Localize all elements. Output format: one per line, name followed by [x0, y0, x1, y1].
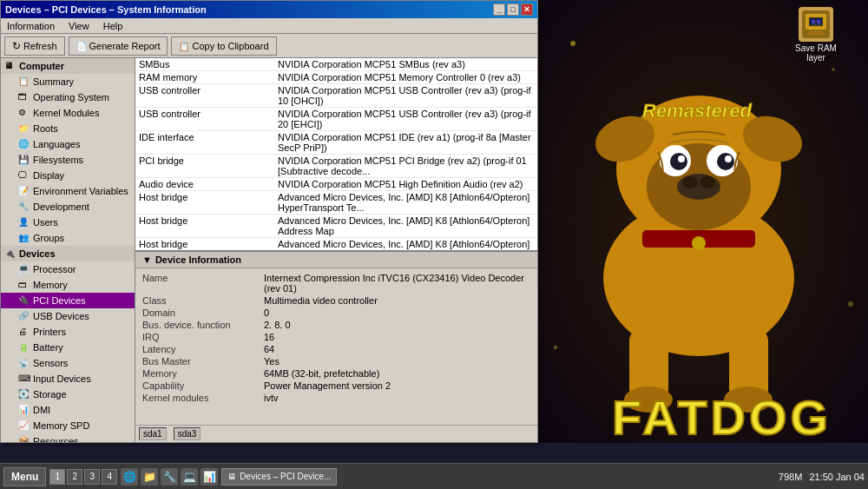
sidebar-item-printers[interactable]: Printers — [1, 324, 135, 340]
taskbar-icon-4[interactable]: 💻 — [181, 468, 198, 486]
pager-2[interactable]: 2 — [67, 469, 82, 485]
save-ram-icon — [799, 7, 833, 42]
sidebar-item-display[interactable]: Display — [1, 168, 135, 183]
table-row[interactable]: RAM memory NVIDIA Corporation MCP51 Memo… — [135, 71, 537, 84]
pager-3[interactable]: 3 — [84, 469, 100, 485]
sidebar-item-groups[interactable]: Groups — [1, 230, 135, 246]
os-icon — [18, 91, 30, 103]
sidebar-item-memory-spd[interactable]: Memory SPD — [1, 418, 135, 433]
svg-point-23 — [570, 41, 575, 46]
dmi-icon — [18, 404, 30, 416]
save-ram-label: Save RAM layer — [790, 43, 842, 63]
table-row[interactable]: Host bridge Advanced Micro Devices, Inc.… — [135, 191, 537, 215]
display-icon — [18, 169, 30, 182]
pager-1[interactable]: 1 — [49, 469, 65, 485]
sidebar-item-usb[interactable]: USB Devices — [1, 308, 135, 324]
svg-rect-32 — [809, 31, 823, 35]
info-row-kernel-modules: Kernel modules ivtv — [142, 392, 530, 404]
table-row[interactable]: Host bridge Advanced Micro Devices, Inc.… — [135, 238, 537, 251]
app-window: Devices – PCI Devices – System Informati… — [0, 0, 538, 443]
close-button[interactable]: ✕ — [521, 3, 533, 16]
sidebar-item-languages[interactable]: Languages — [1, 136, 135, 152]
mem-icon — [18, 279, 30, 291]
sidebar-item-users[interactable]: Users — [1, 215, 135, 230]
table-row[interactable]: Host bridge Advanced Micro Devices, Inc.… — [135, 215, 537, 238]
taskbar-icon-3[interactable]: 🔧 — [161, 468, 178, 486]
menu-information[interactable]: Information — [4, 21, 57, 31]
svg-point-26 — [848, 301, 853, 307]
sidebar-item-processor[interactable]: Processor — [1, 261, 135, 277]
menu-help[interactable]: Help — [101, 21, 126, 31]
window-controls: _ □ ✕ — [493, 3, 533, 16]
svg-point-24 — [832, 68, 835, 71]
copy-icon — [179, 41, 189, 51]
generate-report-button[interactable]: Generate Report — [69, 36, 168, 56]
kernel-icon — [18, 107, 30, 119]
info-row-busmaster: Bus Master Yes — [142, 355, 530, 367]
table-row[interactable]: Audio device NVIDIA Corporation MCP51 Hi… — [135, 178, 537, 191]
sidebar-section-computer: Computer — [1, 58, 135, 74]
background-art: Remastered FATDOG — [529, 0, 868, 443]
minimize-button[interactable]: _ — [493, 3, 505, 16]
title-bar: Devices – PCI Devices – System Informati… — [1, 1, 537, 18]
env-icon — [18, 185, 30, 197]
sidebar-item-memory[interactable]: Memory — [1, 277, 135, 293]
sidebar-item-os[interactable]: Operating System — [1, 89, 135, 105]
sidebar-item-dmi[interactable]: DMI — [1, 402, 135, 418]
sidebar-item-resources[interactable]: Resources — [1, 433, 135, 442]
sidebar-item-development[interactable]: Development — [1, 199, 135, 215]
table-row[interactable]: IDE interface NVIDIA Corporation MCP51 I… — [135, 131, 537, 155]
toolbar: Refresh Generate Report Copy to Clipboar… — [1, 34, 537, 58]
status-sda3: sda3 — [174, 427, 201, 440]
roots-icon — [18, 122, 30, 135]
battery-text: 798M — [779, 472, 803, 482]
sidebar-item-kernel[interactable]: Kernel Modules — [1, 105, 135, 121]
svg-rect-34 — [817, 20, 820, 23]
table-row[interactable]: USB controller NVIDIA Corporation MCP51 … — [135, 108, 537, 131]
sidebar-item-env[interactable]: Environment Variables — [1, 183, 135, 199]
sidebar-item-summary[interactable]: Summary — [1, 74, 135, 89]
svg-rect-35 — [812, 23, 813, 25]
device-list[interactable]: SMBus NVIDIA Corporation MCP51 SMBus (re… — [135, 58, 537, 251]
sidebar-item-input[interactable]: Input Devices — [1, 371, 135, 387]
svg-text:FATDOG: FATDOG — [612, 390, 832, 443]
sidebar-item-pci[interactable]: PCI Devices — [1, 293, 135, 308]
info-row-irq: IRQ 16 — [142, 331, 530, 343]
start-button[interactable]: Menu — [3, 467, 46, 486]
content-area: Computer Summary Operating System Kernel… — [1, 58, 537, 442]
table-row[interactable]: USB controller NVIDIA Corporation MCP51 … — [135, 84, 537, 108]
sens-icon — [18, 357, 30, 369]
sidebar-item-storage[interactable]: Storage — [1, 387, 135, 402]
maximize-button[interactable]: □ — [507, 3, 519, 16]
svg-text:Remastered: Remastered — [642, 100, 753, 122]
svg-point-12 — [700, 176, 715, 188]
sidebar-item-battery[interactable]: Battery — [1, 340, 135, 355]
table-row[interactable]: PCI bridge NVIDIA Corporation MCP51 PCI … — [135, 155, 537, 178]
taskbar-icon-5[interactable]: 📊 — [201, 468, 218, 486]
sidebar-item-roots[interactable]: Roots — [1, 121, 135, 136]
taskbar-active-app[interactable]: 🖥 Devices – PCI Device... — [221, 468, 337, 486]
lang-icon — [18, 138, 30, 150]
desktop: Remastered FATDOG — [0, 0, 868, 489]
svg-rect-36 — [814, 23, 816, 25]
device-info-panel: ▼ Device Information Name Internext Comp… — [135, 251, 537, 425]
print-icon — [18, 326, 30, 338]
taskbar-icon-2[interactable]: 📁 — [141, 468, 158, 486]
summary-icon — [18, 76, 30, 88]
sidebar-item-filesystems[interactable]: Filesystems — [1, 152, 135, 168]
menu-view[interactable]: View — [66, 21, 92, 31]
save-ram-button[interactable]: Save RAM layer — [790, 7, 842, 63]
sidebar-item-sensors[interactable]: Sensors — [1, 355, 135, 371]
pci-icon — [18, 294, 30, 307]
table-row[interactable]: SMBus NVIDIA Corporation MCP51 SMBus (re… — [135, 58, 537, 71]
pager-4[interactable]: 4 — [102, 469, 117, 485]
refresh-button[interactable]: Refresh — [4, 36, 65, 56]
svg-point-11 — [682, 176, 698, 188]
svg-rect-38 — [819, 23, 821, 25]
info-row-bus: Bus. device. function 2. 8. 0 — [142, 319, 530, 331]
info-row-latency: Latency 64 — [142, 343, 530, 355]
input-icon — [18, 373, 30, 385]
sidebar: Computer Summary Operating System Kernel… — [1, 58, 135, 442]
copy-button[interactable]: Copy to Clipboard — [171, 36, 276, 56]
taskbar-icon-1[interactable]: 🌐 — [121, 468, 138, 486]
